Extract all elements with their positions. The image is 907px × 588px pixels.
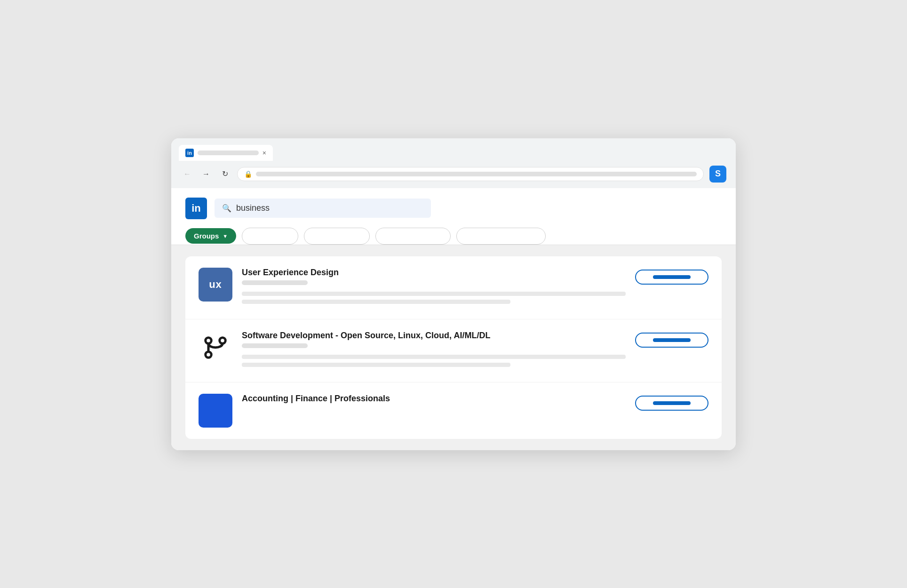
filter-pill-4[interactable] [456, 228, 546, 245]
browser-tab[interactable]: in × [179, 145, 273, 161]
result-subtitle-ux [242, 280, 308, 285]
action-btn-inner-accounting [653, 401, 691, 405]
result-logo-ux: ux [199, 268, 232, 302]
result-title-ux: User Experience Design [242, 268, 626, 278]
browser-chrome: in × ← → ↻ 🔒 S [171, 138, 736, 188]
address-bar-row: ← → ↻ 🔒 S [179, 161, 728, 188]
linkedin-header: in 🔍 business Groups ▼ [171, 188, 736, 245]
svg-point-0 [206, 351, 212, 358]
search-icon: 🔍 [222, 204, 231, 213]
tab-title-placeholder [198, 151, 259, 155]
search-row: in 🔍 business [185, 198, 722, 219]
svg-point-1 [206, 337, 212, 343]
result-body-software: Software Development - Open Source, Linu… [242, 331, 626, 371]
tab-favicon: in [185, 149, 194, 157]
result-action-ux [635, 268, 708, 285]
svg-point-2 [220, 337, 226, 343]
filter-pill-1[interactable] [242, 228, 298, 245]
address-bar[interactable]: 🔒 [237, 167, 704, 181]
result-desc-software-2 [242, 363, 510, 367]
forward-button[interactable]: → [199, 167, 213, 181]
result-title-accounting: Accounting | Finance | Professionals [242, 394, 626, 404]
result-subtitle-software [242, 343, 308, 348]
search-box[interactable]: 🔍 business [215, 199, 431, 218]
git-branch-icon [201, 334, 230, 362]
result-item-software: Software Development - Open Source, Linu… [185, 319, 722, 382]
browser-window: in × ← → ↻ 🔒 S [171, 138, 736, 450]
results-card: ux User Experience Design [185, 256, 722, 439]
filter-pill-2[interactable] [304, 228, 370, 245]
extension-button[interactable]: S [709, 166, 726, 183]
result-item-ux: ux User Experience Design [185, 256, 722, 319]
result-action-accounting [635, 394, 708, 411]
result-body-accounting: Accounting | Finance | Professionals [242, 394, 626, 406]
linkedin-logo: in [185, 198, 207, 219]
result-action-software [635, 331, 708, 348]
action-btn-inner-ux [653, 275, 691, 279]
result-title-software: Software Development - Open Source, Linu… [242, 331, 626, 341]
tab-bar: in × [179, 145, 728, 161]
tab-close-button[interactable]: × [263, 150, 266, 156]
filter-pill-3[interactable] [375, 228, 451, 245]
lock-icon: 🔒 [244, 170, 252, 178]
result-action-button-ux[interactable] [635, 270, 708, 285]
results-area: ux User Experience Design [171, 245, 736, 450]
result-logo-software [199, 331, 232, 365]
result-desc-ux-2 [242, 300, 510, 304]
result-desc-ux-1 [242, 292, 626, 296]
action-btn-inner-software [653, 338, 691, 342]
result-desc-software-1 [242, 355, 626, 359]
result-body-ux: User Experience Design [242, 268, 626, 308]
groups-filter-button[interactable]: Groups ▼ [185, 228, 236, 244]
result-action-button-accounting[interactable] [635, 396, 708, 411]
back-button[interactable]: ← [181, 167, 194, 181]
result-item-accounting: Accounting | Finance | Professionals [185, 382, 722, 439]
address-text-placeholder [256, 172, 697, 176]
filters-row: Groups ▼ [185, 228, 722, 245]
reload-button[interactable]: ↻ [218, 167, 231, 181]
page-content: in 🔍 business Groups ▼ [171, 188, 736, 450]
search-input-value: business [236, 203, 270, 213]
result-action-button-software[interactable] [635, 333, 708, 348]
result-logo-accounting [199, 394, 232, 428]
